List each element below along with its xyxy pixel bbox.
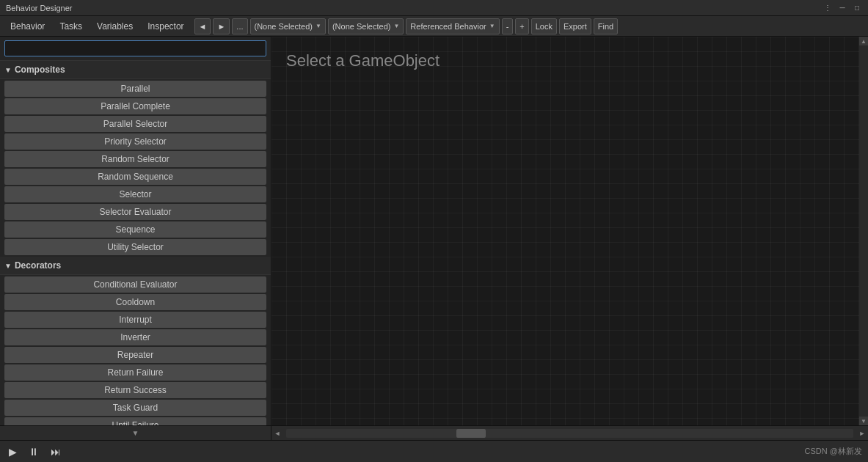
more-icon[interactable]: ⋮ [823, 3, 833, 13]
scroll-left-button[interactable]: ◄ [271, 426, 283, 441]
grid-background [271, 37, 868, 440]
find-button[interactable]: Find [594, 18, 618, 34]
forward-button[interactable]: ► [213, 18, 230, 34]
window-controls: ⋮ ─ □ [823, 3, 862, 13]
canvas-container: Select a GameObject ▲ ▼ ◄ ► [271, 37, 868, 440]
task-sequence[interactable]: Sequence [4, 221, 266, 238]
decorators-label: Decorators [15, 260, 61, 271]
maximize-icon[interactable]: □ [852, 3, 862, 13]
title-bar: Behavior Designer ⋮ ─ □ [0, 0, 868, 16]
referenced-behavior-dropdown[interactable]: Referenced Behavior ▼ [406, 18, 499, 34]
menu-behavior[interactable]: Behavior [3, 18, 52, 34]
back-button[interactable]: ◄ [194, 18, 211, 34]
app-title: Behavior Designer [6, 4, 73, 12]
dropdown1-caret: ▼ [316, 23, 321, 29]
task-parallel[interactable]: Parallel [4, 81, 266, 97]
scroll-up-button[interactable]: ▲ [859, 37, 868, 45]
vertical-scrollbar[interactable]: ▲ ▼ [859, 37, 868, 425]
scroll-track [286, 429, 853, 438]
task-conditional-evaluator[interactable]: Conditional Evaluator [4, 276, 266, 293]
horizontal-scrollbar[interactable]: ◄ ► [271, 425, 868, 440]
task-repeater[interactable]: Repeater [4, 347, 266, 363]
dropdown2-caret: ▼ [393, 23, 399, 29]
task-return-success[interactable]: Return Success [4, 382, 266, 398]
task-until-failure[interactable]: Until Failure [4, 417, 266, 425]
menu-variables[interactable]: Variables [90, 18, 140, 34]
menu-bar: Behavior Tasks Variables Inspector ◄ ► .… [0, 16, 868, 37]
task-return-failure[interactable]: Return Failure [4, 364, 266, 381]
play-button[interactable]: ▶ [6, 444, 20, 459]
plus-button[interactable]: + [515, 18, 528, 34]
right-panel: Select a GameObject ▲ ▼ ◄ ► [271, 37, 868, 440]
task-utility-selector[interactable]: Utility Selector [4, 239, 266, 255]
composites-header[interactable]: ▼ Composites [0, 61, 271, 79]
scroll-thumb-area [859, 51, 868, 411]
task-random-sequence[interactable]: Random Sequence [4, 169, 266, 185]
scroll-right-button[interactable]: ► [856, 426, 868, 441]
task-priority-selector[interactable]: Priority Selector [4, 133, 266, 150]
main-content: ▼ Composites Parallel Parallel Complete … [0, 37, 868, 440]
composites-label: Composites [15, 65, 65, 75]
scroll-thumb [456, 429, 486, 438]
task-interrupt[interactable]: Interrupt [4, 312, 266, 328]
none-selected-dropdown-2[interactable]: (None Selected) ▼ [328, 18, 404, 34]
task-selector[interactable]: Selector [4, 186, 266, 202]
decorators-header[interactable]: ▼ Decorators [0, 257, 271, 275]
left-scroll-down-icon: ▼ [132, 429, 139, 437]
task-inverter[interactable]: Inverter [4, 329, 266, 345]
pause-button[interactable]: ⏸ [26, 444, 42, 459]
task-parallel-selector[interactable]: Parallel Selector [4, 116, 266, 132]
panel-content: ▼ Composites Parallel Parallel Complete … [0, 61, 271, 425]
ellipsis-button[interactable]: ... [232, 18, 247, 34]
task-parallel-complete[interactable]: Parallel Complete [4, 98, 266, 114]
menu-inspector[interactable]: Inspector [140, 18, 191, 34]
lock-button[interactable]: Lock [531, 18, 557, 34]
menu-tasks[interactable]: Tasks [52, 18, 90, 34]
decorators-arrow: ▼ [4, 262, 12, 270]
minimize-icon[interactable]: ─ [837, 3, 847, 13]
left-panel-bottom-scroll[interactable]: ▼ [0, 425, 271, 440]
referenced-behavior-caret: ▼ [489, 23, 495, 29]
task-cooldown[interactable]: Cooldown [4, 294, 266, 310]
minus-button[interactable]: - [502, 18, 514, 34]
export-button[interactable]: Export [559, 18, 591, 34]
scroll-down-button[interactable]: ▼ [859, 417, 868, 425]
task-task-guard[interactable]: Task Guard [4, 400, 266, 416]
left-panel: ▼ Composites Parallel Parallel Complete … [0, 37, 271, 440]
playback-bar: ▶ ⏸ ⏭ CSDN @林新发 [0, 440, 868, 462]
canvas-message: Select a GameObject [286, 51, 440, 70]
composites-arrow: ▼ [4, 66, 12, 74]
watermark: CSDN @林新发 [805, 446, 862, 457]
step-button[interactable]: ⏭ [48, 444, 64, 459]
search-bar [0, 37, 271, 61]
search-input[interactable] [4, 40, 266, 56]
none-selected-dropdown-1[interactable]: (None Selected) ▼ [250, 18, 326, 34]
task-selector-evaluator[interactable]: Selector Evaluator [4, 204, 266, 220]
task-random-selector[interactable]: Random Selector [4, 151, 266, 167]
